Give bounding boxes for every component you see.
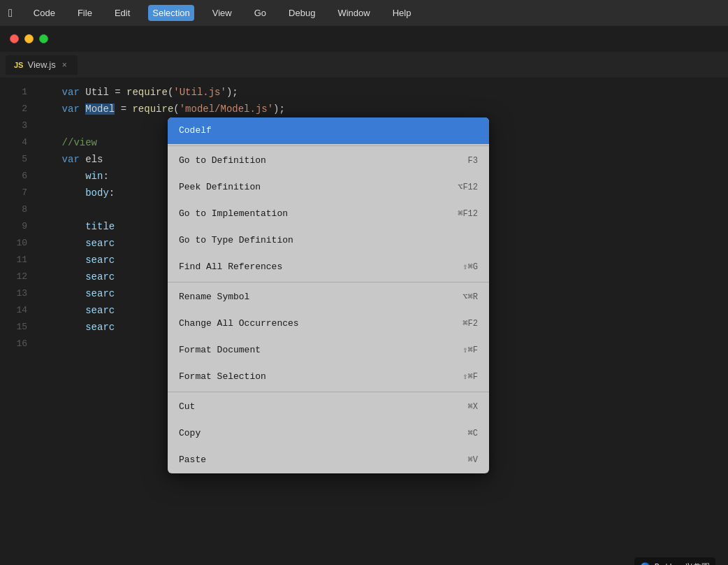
ctx-label: Paste [179, 452, 206, 469]
ctx-item-find-all-references[interactable]: Find All References ⇧⌘G [168, 254, 489, 280]
minimize-button[interactable] [24, 34, 34, 43]
ctx-item-copy[interactable]: Copy ⌘C [168, 420, 489, 447]
ctx-shortcut: ⌥⌘R [463, 289, 478, 306]
menu-view[interactable]: View [208, 5, 236, 21]
ctx-separator-2 [168, 282, 489, 282]
line-number: 10 [0, 235, 38, 252]
line-number: 12 [0, 269, 38, 285]
ctx-label: Format Document [179, 342, 261, 359]
watermark: 🔵 Python兴趣圈 [634, 557, 715, 565]
line-number: 2 [0, 101, 38, 117]
code-line: 2 var Model = require('model/Model.js'); [0, 101, 728, 117]
line-number: 5 [0, 151, 38, 168]
menu-code[interactable]: Code [29, 5, 59, 21]
ctx-item-format-document[interactable]: Format Document ⇧⌘F [168, 337, 489, 364]
ctx-label: Change All Occurrences [179, 315, 299, 332]
ctx-shortcut: F3 [468, 152, 478, 169]
ctx-item-go-to-implementation[interactable]: Go to Implementation ⌘F12 [168, 201, 489, 227]
menu-debug[interactable]: Debug [284, 5, 319, 21]
ctx-item-cut[interactable]: Cut ⌘X [168, 394, 489, 420]
line-content [38, 117, 44, 134]
line-content: var els [38, 151, 103, 168]
line-number: 4 [0, 134, 38, 151]
js-icon: JS [14, 61, 23, 69]
ctx-item-go-to-definition[interactable]: Go to Definition F3 [168, 148, 489, 174]
menu-window[interactable]: Window [333, 5, 374, 21]
ctx-item-peek-definition[interactable]: Peek Definition ⌥F12 [168, 174, 489, 201]
line-number: 9 [0, 218, 38, 235]
ctx-item-go-to-type-definition[interactable]: Go to Type Definition [168, 227, 489, 254]
ctx-item-rename-symbol[interactable]: Rename Symbol ⌥⌘R [168, 284, 489, 310]
tab-close-button[interactable]: × [60, 59, 69, 71]
watermark-text: Python兴趣圈 [655, 559, 710, 565]
ctx-label: Go to Definition [179, 152, 266, 169]
line-number: 7 [0, 185, 38, 201]
ctx-item-paste[interactable]: Paste ⌘V [168, 447, 489, 473]
menu-bar:  Code File Edit Selection View Go Debug… [0, 0, 728, 26]
ctx-shortcut: ⌘C [468, 425, 478, 442]
line-number: 11 [0, 252, 38, 269]
tab-filename: View.js [27, 59, 55, 70]
line-number: 14 [0, 302, 38, 319]
menu-help[interactable]: Help [388, 5, 416, 21]
line-content [38, 336, 44, 352]
context-menu: Codelf Go to Definition F3 Peek Definiti… [168, 117, 489, 473]
ctx-shortcut: ⌘X [468, 399, 478, 415]
ctx-label: Copy [179, 425, 201, 442]
line-content: var Util = require('Util.js'); [38, 84, 238, 101]
line-content: searc [38, 235, 115, 252]
ctx-separator-3 [168, 392, 489, 392]
menu-selection[interactable]: Selection [148, 5, 194, 21]
ctx-label: Go to Type Definition [179, 232, 293, 249]
menu-file[interactable]: File [73, 5, 96, 21]
line-number: 16 [0, 336, 38, 352]
ctx-label: Format Selection [179, 369, 266, 385]
line-content [38, 201, 44, 218]
ctx-shortcut: ⌘V [468, 452, 478, 469]
maximize-button[interactable] [39, 34, 48, 43]
tab-bar: JS View.js × [0, 52, 728, 78]
ctx-item-codelf[interactable]: Codelf [168, 117, 489, 144]
ctx-item-change-all-occurrences[interactable]: Change All Occurrences ⌘F2 [168, 310, 489, 337]
ctx-separator-1 [168, 145, 489, 146]
ctx-shortcut: ⇧⌘F [463, 369, 478, 385]
ctx-shortcut: ⌘F12 [458, 206, 478, 222]
close-button[interactable] [10, 34, 19, 43]
ctx-shortcut: ⌥F12 [458, 179, 478, 196]
ctx-label: Cut [179, 399, 195, 415]
tab-viewjs[interactable]: JS View.js × [6, 55, 78, 75]
traffic-lights [0, 26, 728, 52]
ctx-shortcut: ⇧⌘F [463, 342, 478, 359]
line-number: 15 [0, 319, 38, 336]
line-content: title [38, 218, 115, 235]
line-number: 1 [0, 84, 38, 101]
editor: 1 var Util = require('Util.js'); 2 var M… [0, 78, 728, 565]
line-number: 6 [0, 168, 38, 185]
line-number: 3 [0, 117, 38, 134]
watermark-icon: 🔵 [640, 559, 650, 565]
line-content: body: [38, 185, 115, 201]
ctx-label-codelf: Codelf [179, 122, 212, 139]
code-line: 1 var Util = require('Util.js'); [0, 84, 728, 101]
line-number: 8 [0, 201, 38, 218]
line-content: searc [38, 252, 115, 269]
line-number: 13 [0, 285, 38, 302]
apple-icon[interactable]:  [8, 7, 13, 20]
line-content: win: [38, 168, 109, 185]
menu-edit[interactable]: Edit [110, 5, 134, 21]
line-content: var Model = require('model/Model.js'); [38, 101, 285, 117]
line-content: //view [38, 134, 97, 151]
ctx-label: Find All References [179, 259, 282, 276]
ctx-label: Rename Symbol [179, 289, 249, 306]
ctx-label: Peek Definition [179, 179, 261, 196]
ctx-shortcut: ⇧⌘G [463, 259, 478, 276]
ctx-label: Go to Implementation [179, 206, 288, 222]
menu-go[interactable]: Go [250, 5, 270, 21]
ctx-item-format-selection[interactable]: Format Selection ⇧⌘F [168, 364, 489, 390]
ctx-shortcut: ⌘F2 [463, 315, 478, 332]
